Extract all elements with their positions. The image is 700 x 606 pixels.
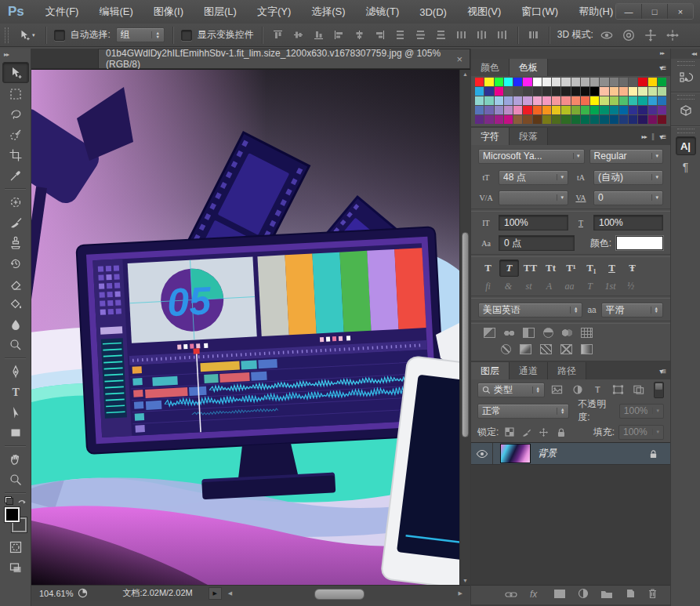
brightness-contrast-icon[interactable]: [484, 328, 495, 338]
swatch[interactable]: [571, 96, 580, 105]
scroll-left-icon[interactable]: ◀: [228, 590, 232, 597]
swatch[interactable]: [475, 115, 484, 124]
leading-dropdown[interactable]: (自动)▾: [593, 170, 663, 185]
swatch[interactable]: [475, 78, 484, 86]
swatch[interactable]: [523, 87, 531, 96]
align-left-button[interactable]: [332, 27, 346, 43]
align-bottom-button[interactable]: [311, 27, 326, 43]
tab-layers[interactable]: 图层: [471, 362, 510, 379]
opacity-dropdown[interactable]: 100%▾: [619, 404, 664, 419]
swatch[interactable]: [542, 87, 551, 96]
filter-smart-objects-icon[interactable]: [630, 383, 647, 397]
menu-item[interactable]: 滤镜(T): [356, 5, 410, 19]
auto-select-checkbox[interactable]: [54, 30, 65, 41]
swatch[interactable]: [495, 106, 503, 114]
tool-crop[interactable]: [3, 145, 28, 165]
swatch[interactable]: [552, 106, 560, 114]
vertical-scrollbar[interactable]: ▲ ▼: [459, 70, 470, 585]
visibility-cell[interactable]: [471, 443, 493, 464]
filter-pixel-layers-icon[interactable]: [549, 383, 565, 397]
swatch[interactable]: [533, 106, 542, 114]
swatch[interactable]: [619, 87, 628, 96]
menu-item[interactable]: 图像(I): [143, 5, 194, 19]
tab-paths[interactable]: 路径: [548, 362, 586, 379]
tab-color[interactable]: 颜色: [471, 59, 510, 76]
swatch[interactable]: [590, 106, 599, 114]
align-right-button[interactable]: [372, 27, 387, 43]
panel-menu-icon[interactable]: ▾≡: [659, 132, 665, 141]
default-colors-icon[interactable]: [5, 496, 13, 505]
swatch[interactable]: [552, 96, 560, 105]
font-family-dropdown[interactable]: Microsoft Ya...▾: [478, 149, 585, 164]
move-tool-preset-button[interactable]: ▾: [16, 27, 38, 43]
tool-brush[interactable]: [3, 212, 28, 232]
horizontal-scrollbar[interactable]: ◀ ▶: [227, 587, 466, 600]
swatch[interactable]: [513, 78, 522, 86]
maximize-button[interactable]: □: [641, 4, 667, 19]
discretionary-ligatures-button[interactable]: st: [520, 279, 538, 293]
tab-channels[interactable]: 通道: [510, 362, 548, 379]
swatch[interactable]: [504, 87, 513, 96]
tool-lasso[interactable]: [3, 104, 28, 124]
align-top-button[interactable]: [270, 27, 285, 43]
swatch[interactable]: [561, 87, 570, 96]
swatch[interactable]: [658, 96, 666, 105]
swatch[interactable]: [581, 106, 589, 114]
dock-expand-icon[interactable]: ◂◂: [671, 49, 700, 59]
swatch[interactable]: [484, 106, 493, 114]
character-panel-button[interactable]: A|: [676, 136, 696, 155]
adjustment-layer-icon[interactable]: [578, 588, 589, 602]
posterize-icon[interactable]: [520, 344, 531, 354]
new-layer-icon[interactable]: [625, 588, 636, 602]
ordinals-button[interactable]: 1st: [601, 279, 619, 293]
tool-eraser[interactable]: [3, 274, 28, 293]
swatch[interactable]: [648, 78, 657, 86]
distribute-bottom-button[interactable]: [433, 27, 448, 43]
swatch[interactable]: [495, 96, 503, 105]
swatch[interactable]: [513, 87, 522, 96]
swatch[interactable]: [590, 96, 599, 105]
tool-move[interactable]: [2, 62, 29, 83]
swatch[interactable]: [495, 78, 503, 86]
tool-type[interactable]: T: [3, 382, 28, 401]
tool-path-selection[interactable]: [3, 402, 28, 422]
swatch[interactable]: [629, 96, 637, 105]
panel-menu-icon[interactable]: ▾≡: [659, 367, 665, 376]
menu-item[interactable]: 3D(D): [409, 6, 457, 18]
selective-color-icon[interactable]: [581, 344, 593, 354]
underline-button[interactable]: T: [603, 260, 621, 276]
faux-italic-button[interactable]: T: [499, 259, 519, 277]
fill-dropdown[interactable]: 100%▾: [618, 425, 664, 440]
tool-paint-bucket[interactable]: [3, 294, 28, 314]
swatch[interactable]: [638, 78, 647, 86]
swatch[interactable]: [619, 96, 628, 105]
swatch[interactable]: [600, 96, 608, 105]
swatch[interactable]: [561, 78, 570, 86]
swatch[interactable]: [629, 106, 637, 114]
zoom-level[interactable]: 104.61%: [34, 589, 73, 598]
filter-shape-layers-icon[interactable]: [610, 383, 626, 397]
lock-transparency-icon[interactable]: [502, 425, 516, 439]
faux-bold-button[interactable]: T: [479, 260, 497, 276]
layer-filter-dropdown[interactable]: 类型 ▲▼: [477, 383, 545, 397]
swatch[interactable]: [629, 115, 637, 124]
font-size-dropdown[interactable]: 48 点▾: [499, 170, 568, 185]
vertical-scroll-thumb[interactable]: [462, 232, 469, 437]
swatch[interactable]: [610, 78, 618, 86]
distribute-vcenter-button[interactable]: [413, 27, 428, 43]
3d-pan-button[interactable]: [643, 27, 659, 43]
menu-item[interactable]: 文件(F): [35, 5, 89, 19]
screen-mode-button[interactable]: [3, 557, 28, 577]
swatch[interactable]: [638, 96, 647, 105]
swatch[interactable]: [523, 78, 531, 86]
drag-grip[interactable]: [677, 95, 695, 100]
swatch[interactable]: [513, 115, 522, 124]
swatch[interactable]: [571, 106, 580, 114]
swatch[interactable]: [648, 96, 657, 105]
blend-mode-dropdown[interactable]: 正常▲▼: [477, 404, 569, 419]
filter-type-layers-icon[interactable]: T: [589, 383, 606, 397]
swatch[interactable]: [571, 78, 580, 86]
new-group-icon[interactable]: [600, 588, 613, 602]
toolbar-expand-icon[interactable]: ▸▸: [0, 49, 31, 61]
swatch[interactable]: [648, 106, 657, 114]
